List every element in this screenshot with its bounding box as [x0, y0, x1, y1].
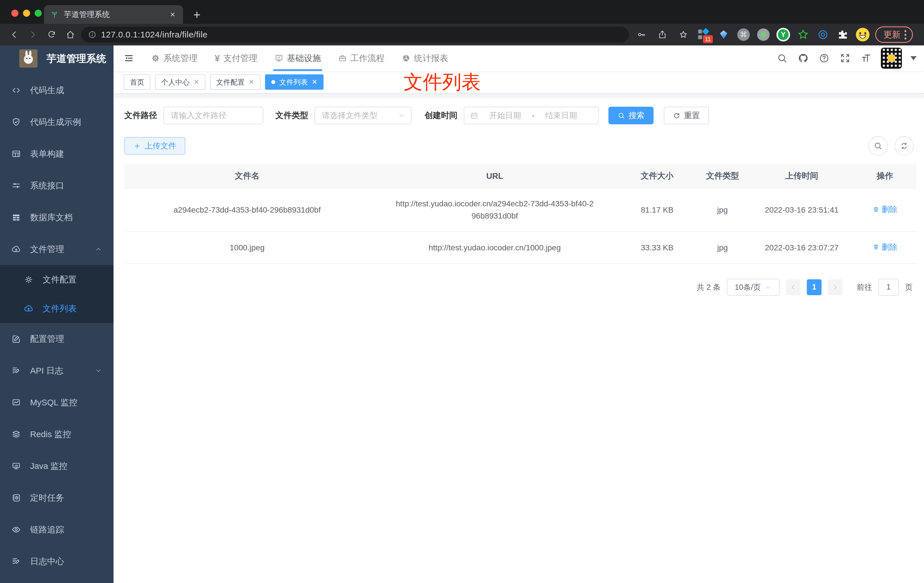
monitor-check-icon [274, 54, 284, 63]
table-tools [868, 136, 914, 155]
sidebar-collapse-button[interactable] [121, 50, 137, 66]
delete-button[interactable]: 删除 [872, 203, 897, 215]
upload-file-button[interactable]: 上传文件 [124, 137, 185, 155]
end-date-input[interactable] [538, 111, 584, 120]
file-type-select[interactable]: 请选择文件类型 [314, 107, 411, 124]
reset-button-label: 重置 [684, 110, 700, 121]
sidebar-item-mysql-monitor[interactable]: MySQL 监控 [0, 386, 114, 418]
topnav-payment-management[interactable]: ¥ 支付管理 [206, 45, 266, 71]
avatar-caret-icon[interactable] [911, 56, 917, 60]
sidebar-logo[interactable]: 芋道管理系统 [0, 45, 114, 71]
refresh-table-button[interactable] [894, 136, 914, 155]
address-bar[interactable]: 127.0.0.1:1024/infra/file/file [81, 27, 629, 43]
timer-doc-icon [12, 493, 21, 503]
extension-puzzle-icon[interactable] [835, 27, 850, 42]
code-icon [12, 86, 21, 95]
show-search-button[interactable] [868, 136, 888, 155]
app-title: 芋道管理系统 [46, 52, 106, 65]
sidebar-item-file-management[interactable]: 文件管理 [0, 233, 114, 265]
sidebar-item-code-generation[interactable]: 代码生成 [0, 74, 114, 106]
extension-y-icon[interactable]: Y [776, 27, 790, 42]
start-date-input[interactable] [482, 111, 528, 120]
cell-file-name: a294ecb2-73dd-4353-bf40-296b8931d0bf [124, 188, 370, 231]
site-info-icon[interactable] [88, 30, 96, 39]
date-separator: - [532, 111, 535, 120]
goto-page-input[interactable] [878, 279, 899, 296]
home-button[interactable] [63, 27, 78, 43]
sidebar-item-redis-monitor[interactable]: Redis 监控 [0, 418, 114, 450]
reload-button[interactable] [44, 27, 59, 43]
chrome-update-button[interactable]: 更新 [875, 26, 913, 43]
sidebar-item-label: API 日志 [30, 365, 63, 377]
col-file-type: 文件类型 [695, 164, 750, 188]
tag-close-icon[interactable]: ✕ [249, 78, 254, 86]
chevron-down-icon [95, 367, 102, 374]
sidebar-item-java-monitor[interactable]: Java 监控 [0, 450, 114, 482]
sidebar-item-tracing[interactable]: 链路追踪 [0, 514, 114, 545]
sidebar-item-db-doc[interactable]: 数据库文档 [0, 201, 114, 233]
reset-button[interactable]: 重置 [664, 107, 709, 124]
delete-button[interactable]: 删除 [872, 241, 897, 253]
chevron-left-icon [790, 284, 797, 291]
topnav-workflow[interactable]: 工作流程 [330, 45, 393, 71]
sidebar-item-code-example[interactable]: 代码生成示例 [0, 106, 114, 138]
sidebar-item-label: Redis 监控 [30, 429, 71, 440]
search-icon[interactable] [776, 52, 788, 64]
tag-home[interactable]: 首页 [124, 74, 150, 90]
sidebar-item-system-api[interactable]: 系统接口 [0, 170, 114, 201]
topnav-system-management[interactable]: 系统管理 [142, 45, 206, 71]
extension-eye-icon[interactable] [815, 27, 830, 42]
tag-close-icon[interactable]: ✕ [312, 78, 317, 86]
extension-badge: 11 [703, 35, 713, 43]
sidebar-item-file-list[interactable]: 文件列表 [0, 294, 114, 323]
extension-star-icon[interactable] [796, 27, 810, 42]
forward-button[interactable] [25, 27, 41, 43]
fullscreen-icon[interactable] [839, 52, 851, 64]
bookmark-star-icon[interactable] [675, 27, 691, 43]
chevron-down-icon [765, 284, 772, 291]
avatar[interactable] [881, 48, 902, 69]
close-window-button[interactable] [12, 10, 18, 17]
page-number-1[interactable]: 1 [807, 279, 822, 295]
file-path-input[interactable] [163, 107, 263, 124]
extension-tabs-icon[interactable]: 11 [696, 27, 711, 42]
table-row: 1000.jpeg http://test.yudao.iocoder.cn/1… [124, 231, 917, 264]
github-icon[interactable] [797, 52, 809, 64]
back-button[interactable] [6, 27, 22, 43]
tag-file-config[interactable]: 文件配置 ✕ [210, 74, 261, 90]
sidebar-item-config-management[interactable]: 配置管理 [0, 323, 114, 355]
search-button[interactable]: 搜索 [609, 107, 653, 124]
sidebar-item-scheduled-tasks[interactable]: 定时任务 [0, 482, 114, 514]
extension-command-icon[interactable]: ⌘ [736, 27, 751, 42]
browser-tab[interactable]: 芋道管理系统 × [44, 5, 183, 24]
minimize-window-button[interactable] [23, 10, 30, 17]
share-icon[interactable] [654, 27, 670, 43]
tab-close-icon[interactable]: × [168, 10, 177, 19]
maximize-window-button[interactable] [35, 10, 42, 17]
table-toolbar: 上传文件 [124, 136, 917, 155]
font-size-icon[interactable] [860, 52, 872, 64]
extension-recorder-icon[interactable] [756, 27, 771, 42]
date-range-picker[interactable]: - [464, 107, 599, 124]
new-tab-button[interactable]: + [193, 8, 201, 24]
password-key-icon[interactable] [634, 27, 649, 43]
sidebar-item-log-center[interactable]: 日志中心 [0, 545, 114, 577]
tag-profile[interactable]: 个人中心 ✕ [155, 74, 205, 90]
extension-emoji-icon[interactable] [855, 27, 870, 42]
sidebar-item-label: 代码生成示例 [30, 116, 81, 128]
sidebar-item-label: 配置管理 [30, 333, 64, 345]
tag-file-list[interactable]: 文件列表 ✕ [265, 74, 323, 90]
browser-menu-icon[interactable] [904, 30, 906, 40]
prev-page-button[interactable] [786, 279, 800, 295]
search-icon [617, 112, 625, 119]
extension-gem-icon[interactable] [716, 27, 731, 42]
topnav-infrastructure[interactable]: 基础设施 [266, 45, 330, 71]
next-page-button[interactable] [828, 279, 843, 295]
tag-close-icon[interactable]: ✕ [193, 78, 199, 86]
help-icon[interactable] [818, 52, 830, 64]
sidebar-item-api-log[interactable]: API 日志 [0, 355, 114, 386]
page-size-select[interactable]: 10条/页 [727, 279, 780, 296]
topnav-statistics[interactable]: 统计报表 [393, 45, 457, 71]
sidebar-item-file-config[interactable]: 文件配置 [0, 265, 114, 294]
sidebar-item-form-builder[interactable]: 表单构建 [0, 138, 114, 170]
